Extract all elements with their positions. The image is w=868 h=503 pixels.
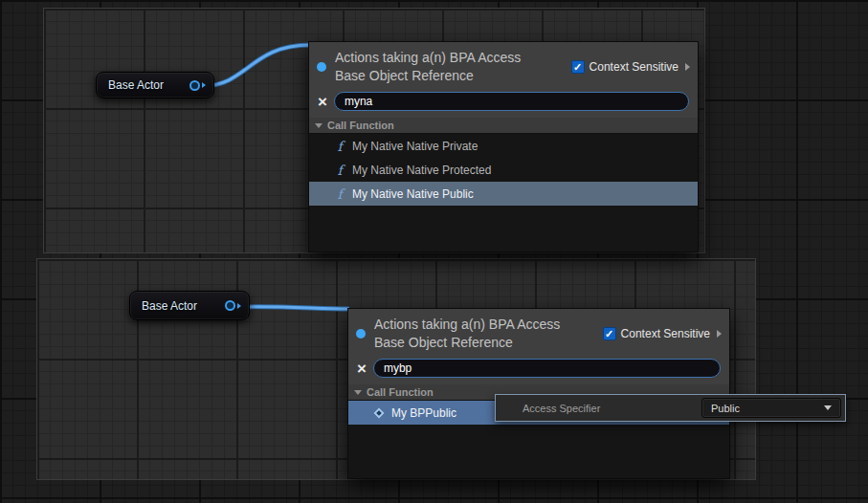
node-base-actor-top[interactable]: Base Actor [96, 72, 214, 98]
expand-arrow-icon[interactable] [685, 63, 690, 71]
context-menu-title: Actions taking a(n) BPA Access Base Obje… [335, 49, 553, 85]
node-label: Base Actor [108, 78, 164, 92]
object-output-pin[interactable] [225, 300, 241, 311]
menu-item-label: My Native Native Public [352, 187, 474, 201]
blueprint-function-icon [373, 407, 384, 418]
pin-arrow-icon [237, 303, 241, 309]
context-sensitive-label: Context Sensitive [621, 327, 710, 340]
access-specifier-panel: Access Specifier Public [495, 394, 846, 422]
search-row [348, 357, 729, 384]
menu-item-label: My BPPublic [391, 406, 456, 420]
collapse-triangle-icon [354, 390, 362, 395]
search-row [309, 90, 698, 118]
collapse-triangle-icon [315, 123, 323, 128]
context-menu-top: Actions taking a(n) BPA Access Base Obje… [308, 41, 699, 252]
action-search-input[interactable] [373, 359, 721, 378]
pin-circle-icon [189, 80, 200, 91]
access-specifier-dropdown[interactable]: Public [701, 398, 841, 418]
function-icon [334, 164, 345, 177]
menu-item-label: My Native Native Private [352, 140, 478, 153]
category-call-function[interactable]: Call Function [309, 118, 698, 134]
node-base-actor-bottom[interactable]: Base Actor [129, 291, 250, 320]
category-label: Call Function [367, 386, 434, 398]
action-list: My Native Native Private My Native Nativ… [309, 134, 698, 252]
clear-search-icon[interactable] [357, 361, 367, 377]
checkbox-checked-icon[interactable] [603, 327, 616, 340]
chevron-down-icon [824, 405, 832, 410]
context-sensitive-toggle[interactable]: Context Sensitive [603, 327, 722, 340]
context-menu-header: Actions taking a(n) BPA Access Base Obje… [348, 309, 729, 357]
menu-item-my-native-native-public[interactable]: My Native Native Public [309, 182, 698, 206]
node-label: Base Actor [142, 299, 197, 313]
expand-arrow-icon[interactable] [717, 330, 722, 338]
function-icon [334, 140, 345, 153]
object-pin-type-icon [317, 62, 326, 72]
object-pin-type-icon [356, 329, 366, 339]
context-menu-title: Actions taking a(n) BPA Access Base Obje… [374, 316, 592, 352]
object-output-pin[interactable] [189, 80, 206, 91]
menu-item-my-native-native-private[interactable]: My Native Native Private [309, 134, 698, 158]
pin-arrow-icon [202, 82, 206, 88]
action-search-input[interactable] [334, 92, 689, 111]
function-icon [334, 187, 345, 201]
context-sensitive-label: Context Sensitive [590, 60, 679, 74]
context-sensitive-toggle[interactable]: Context Sensitive [571, 60, 690, 74]
dropdown-value: Public [711, 403, 740, 414]
category-label: Call Function [327, 120, 394, 131]
checkbox-checked-icon[interactable] [571, 60, 585, 74]
access-specifier-label: Access Specifier [496, 403, 701, 414]
clear-search-icon[interactable] [318, 94, 327, 110]
pin-circle-icon [225, 300, 235, 311]
menu-item-my-native-native-protected[interactable]: My Native Native Protected [309, 158, 698, 182]
context-menu-header: Actions taking a(n) BPA Access Base Obje… [309, 42, 698, 90]
menu-item-label: My Native Native Protected [352, 164, 491, 177]
